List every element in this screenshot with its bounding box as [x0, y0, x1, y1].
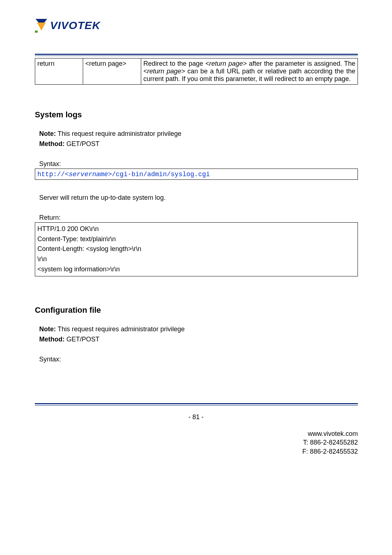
syntax-label: Syntax: [39, 160, 358, 168]
syntax-box: http://<servername>/cgi-bin/admin/syslog… [35, 169, 358, 180]
footer-url: www.vivotek.com [302, 429, 358, 438]
note-label: Note: [39, 130, 56, 137]
method-label: Method: [39, 336, 65, 343]
vivotek-logo: VIVOTEK [35, 18, 101, 33]
note-text: This request requires administrator priv… [56, 325, 185, 333]
section-desc: Server will return the up-to-date system… [39, 193, 358, 203]
desc-ins: <return page> [205, 60, 247, 67]
svg-rect-2 [35, 31, 38, 33]
return-line: Content-Type: text/plain\r\n [37, 234, 355, 244]
logo-icon [35, 18, 48, 33]
note-label: Note: [39, 325, 56, 333]
return-label: Return: [39, 214, 358, 222]
footer-tel: T: 886-2-82455282 [302, 438, 358, 447]
footer-fax: F: 886-2-82455532 [302, 447, 358, 456]
table-row: return <return page> Redirect to the pag… [35, 58, 358, 85]
desc-ins: <return page> [143, 68, 185, 75]
page-number: - 81 - [0, 413, 392, 421]
url-part: http:// [37, 171, 65, 178]
header-rule-thin [35, 56, 358, 56]
desc-text: Redirect to the page [143, 60, 205, 67]
svg-marker-1 [37, 23, 46, 31]
header-rule [35, 54, 358, 55]
method-text: GET/POST [65, 140, 99, 147]
method-text: GET/POST [65, 336, 99, 343]
return-box: HTTP/1.0 200 OK\r\n Content-Type: text/p… [35, 222, 358, 276]
method-line: Method: GET/POST [39, 335, 358, 345]
section-heading-config-file: Configuration file [35, 305, 358, 315]
page: VIVOTEK return <return page> Redirect to… [0, 0, 392, 555]
section-heading-system-logs: System logs [35, 110, 358, 119]
footer-rule [35, 403, 358, 404]
syntax-label: Syntax: [39, 356, 358, 363]
content: return <return page> Redirect to the pag… [35, 58, 358, 364]
parameter-table: return <return page> Redirect to the pag… [35, 58, 358, 85]
note-line: Note: This request require administrator… [39, 129, 358, 139]
url-servername: <servername> [65, 171, 112, 178]
cell-desc: Redirect to the page <return page> after… [141, 58, 358, 85]
logo-text: VIVOTEK [50, 19, 101, 32]
footer-rule-thin [35, 405, 358, 406]
return-line: \r\n [37, 254, 355, 264]
syntax-url: http://<servername>/cgi-bin/admin/syslog… [37, 171, 210, 178]
note-line: Note: This request requires administrato… [39, 324, 358, 335]
url-part: /cgi-bin/admin/syslog.cgi [112, 171, 210, 178]
note-text: This request require administrator privi… [56, 130, 181, 137]
footer: www.vivotek.com T: 886-2-82455282 F: 886… [302, 429, 358, 456]
return-line: HTTP/1.0 200 OK\r\n [37, 224, 355, 234]
return-line: Content-Length: <syslog length>\r\n [37, 244, 355, 254]
desc-text: after the parameter is assigned. The [247, 60, 355, 67]
cell-param: return [35, 58, 83, 85]
cell-value: <return page> [83, 58, 141, 85]
method-label: Method: [39, 140, 65, 147]
return-line: <system log information>\r\n [37, 264, 355, 275]
method-line: Method: GET/POST [39, 139, 358, 149]
